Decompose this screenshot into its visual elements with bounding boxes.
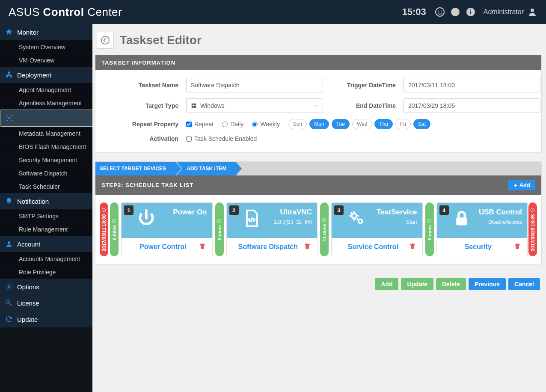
sidebar-item-role[interactable]: Role Privilege — [0, 265, 92, 279]
svg-point-3 — [451, 8, 460, 16]
svg-rect-10 — [10, 76, 12, 77]
task-card-4[interactable]: 4USB ControlDisableAccessSecurity — [436, 202, 528, 256]
sidebar-item-system-overview[interactable]: System Overview — [0, 40, 92, 53]
previous-button[interactable]: Previous — [469, 278, 506, 290]
brand-logo: ASUS Control Center — [9, 6, 122, 19]
gears-icon — [346, 208, 367, 229]
delete-task-button[interactable] — [409, 242, 416, 252]
svg-point-7 — [531, 9, 534, 12]
sidebar-cat-account[interactable]: Account — [0, 236, 92, 252]
back-button[interactable] — [97, 32, 114, 49]
task-card-2[interactable]: 2UltraVNC1.0.0(Bit_32_64)Software Dispat… — [226, 202, 318, 256]
sitemap-icon — [5, 71, 13, 79]
home-icon — [5, 28, 13, 36]
task-category: Software Dispatch — [233, 243, 304, 251]
svg-rect-21 — [194, 104, 196, 106]
trigger-datetime-input[interactable] — [404, 78, 540, 92]
svg-point-29 — [359, 220, 362, 223]
task-number-badge: 2 — [229, 205, 239, 215]
task-title: UltraVNC — [266, 208, 312, 217]
sidebar-item-agent-management[interactable]: Agent Management — [0, 83, 92, 96]
task-subtitle: Start — [371, 219, 417, 225]
globe-icon[interactable] — [450, 7, 460, 17]
lock-icon — [451, 208, 472, 229]
task-title: Power On — [161, 208, 207, 217]
sidebar-cat-options[interactable]: Options — [0, 279, 92, 295]
task-card-1[interactable]: 1Power OnPower Control — [121, 202, 213, 256]
smiley-icon[interactable] — [435, 7, 445, 17]
update-button[interactable]: Update — [401, 278, 433, 290]
sidebar-cat-license[interactable]: License — [0, 295, 92, 311]
target-type-select[interactable]: Windows — [186, 98, 323, 113]
sidebar-cat-monitor[interactable]: Monitor — [0, 24, 92, 40]
sidebar-item-vm-overview[interactable]: VM Overview — [0, 53, 92, 67]
sidebar-item-software-dispatch[interactable]: Software Dispatch — [0, 166, 92, 180]
footer-buttons: Add Update Delete Previous Cancel — [95, 273, 542, 295]
sidebar-item-smtp[interactable]: SMTP Settings — [0, 209, 92, 223]
sidebar-cat-deployment[interactable]: Deployment — [0, 67, 92, 83]
svg-point-18 — [6, 300, 9, 303]
sidebar-cat-centralized[interactable]: Centralized — [0, 110, 92, 127]
sidebar-cat-notification[interactable]: Notification — [0, 193, 92, 209]
svg-point-6 — [470, 9, 471, 11]
delete-task-button[interactable] — [199, 242, 206, 252]
svg-point-19 — [101, 36, 109, 44]
sidebar-item-task-scheduler[interactable]: Task Scheduler — [0, 180, 92, 193]
task-number-badge: 1 — [124, 205, 134, 215]
sidebar-item-accounts[interactable]: Accounts Management — [0, 252, 92, 265]
day-pill-tue[interactable]: Tue — [332, 119, 350, 129]
svg-point-14 — [6, 120, 8, 121]
end-datetime-input[interactable] — [404, 98, 540, 113]
taskset-name-input[interactable] — [186, 78, 323, 92]
svg-rect-5 — [470, 11, 471, 14]
svg-rect-31 — [456, 217, 467, 225]
tab-add-task-item[interactable]: ADD TASK ITEM — [175, 162, 236, 175]
svg-rect-8 — [9, 72, 10, 73]
sidebar-cat-update[interactable]: Update — [0, 311, 92, 327]
delete-task-button[interactable] — [303, 242, 311, 252]
timeline-end: 2017/03/29 18:05 — [528, 202, 537, 256]
sidebar-item-security[interactable]: Security Management — [0, 153, 92, 166]
sidebar-item-bios[interactable]: BIOS Flash Management — [0, 140, 92, 153]
taskset-name-label: Taskset Name — [106, 82, 178, 89]
day-pill-mon[interactable]: Mon — [309, 119, 329, 129]
svg-point-25 — [113, 219, 116, 223]
tab-select-target-devices[interactable]: SELECT TARGET DEVICES — [95, 162, 175, 175]
activation-label: Activation — [106, 135, 178, 142]
end-datetime-label: End DateTime — [323, 102, 396, 109]
task-card-3[interactable]: 3TestServiceStartService Control — [331, 202, 423, 256]
svg-point-13 — [11, 115, 12, 116]
add-button[interactable]: Add — [375, 278, 398, 290]
hub-icon — [6, 114, 13, 122]
activation-checkbox[interactable]: Task Schedule Enabled — [186, 135, 257, 142]
task-wizard-panel: SELECT TARGET DEVICES ADD TASK ITEM STEP… — [95, 161, 542, 264]
add-task-button[interactable]: Add — [508, 180, 535, 190]
step2-header: STEP2: SCHEDULE TASK LIST — [101, 182, 193, 188]
user-icon — [5, 240, 13, 248]
delete-task-button[interactable] — [513, 242, 521, 252]
svg-point-24 — [102, 208, 106, 212]
user-menu[interactable]: Administrator — [484, 7, 537, 17]
day-pill-thu[interactable]: Thu — [374, 119, 393, 129]
sidebar: Monitor System Overview VM Overview Depl… — [0, 24, 92, 392]
weekly-radio[interactable]: Weekly — [252, 121, 280, 128]
task-timeline: 2017/03/11 18:006 mins1Power OnPower Con… — [95, 195, 541, 264]
chevron-down-icon — [313, 103, 318, 108]
sidebar-item-agentless-management[interactable]: Agentless Management — [0, 96, 92, 110]
cancel-button[interactable]: Cancel — [508, 278, 540, 290]
repeat-checkbox[interactable]: Repeat — [186, 121, 214, 128]
day-pill-fri[interactable]: Fri — [395, 119, 411, 129]
daily-radio[interactable]: Daily — [222, 121, 243, 128]
svg-point-28 — [352, 214, 356, 218]
svg-point-11 — [9, 117, 11, 119]
sidebar-item-metadata[interactable]: Metadata Management — [0, 127, 92, 140]
task-number-badge: 3 — [334, 205, 344, 215]
delete-button[interactable]: Delete — [436, 278, 466, 290]
day-pill-wed[interactable]: Wed — [352, 119, 372, 129]
day-pill-sat[interactable]: Sat — [413, 119, 430, 129]
svg-point-12 — [6, 115, 8, 116]
day-pill-sun[interactable]: Sun — [288, 119, 307, 129]
taskset-info-header: TASKSET INFORMATION — [95, 55, 541, 70]
info-icon[interactable] — [466, 7, 476, 17]
sidebar-item-rule[interactable]: Rule Management — [0, 223, 92, 236]
